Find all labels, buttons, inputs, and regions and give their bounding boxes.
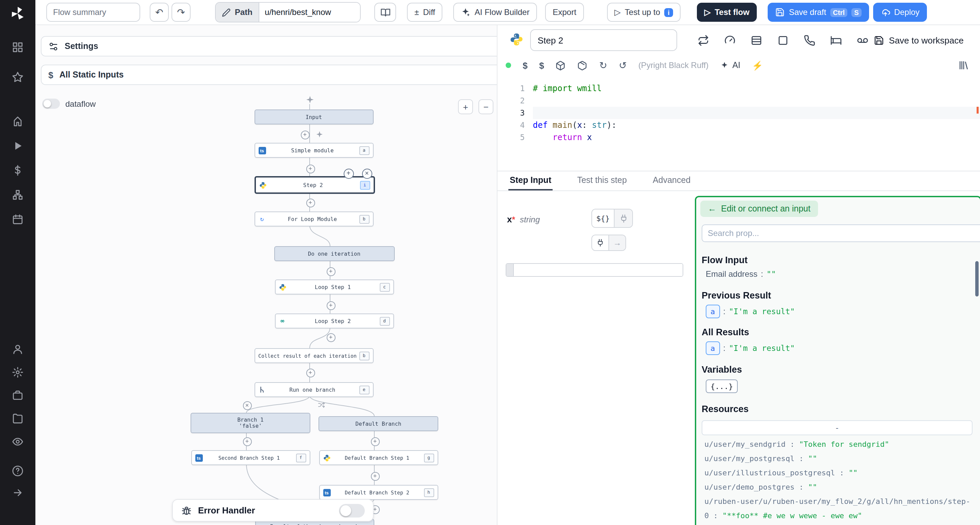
- deploy-button[interactable]: Deploy: [873, 3, 927, 22]
- flows-hierarchy-icon[interactable]: [12, 189, 24, 201]
- connect-plug-button[interactable]: [592, 235, 608, 250]
- flow-node-input[interactable]: Input: [254, 109, 373, 124]
- add-step-button[interactable]: +: [326, 267, 335, 276]
- scrollbar-thumb[interactable]: [975, 261, 978, 297]
- redo-button[interactable]: ↷: [172, 3, 191, 22]
- delete-step-button[interactable]: ×: [362, 168, 372, 179]
- package-lock-icon[interactable]: [578, 60, 588, 70]
- user-icon[interactable]: [12, 343, 24, 355]
- zoom-out-button[interactable]: −: [479, 99, 493, 114]
- flow-node-branch-1[interactable]: Branch 1 'false': [191, 413, 310, 433]
- dataflow-toggle[interactable]: [42, 98, 60, 109]
- flow-summary-input[interactable]: [46, 3, 140, 22]
- reload-icon[interactable]: ↻: [599, 60, 607, 71]
- code-editor[interactable]: 12345 # import wmilldef main(x: str): re…: [498, 76, 980, 171]
- ai-flow-builder-button[interactable]: AI Flow Builder: [453, 3, 537, 22]
- static-inputs-row[interactable]: $ All Static Inputs: [41, 65, 498, 85]
- template-expr-button[interactable]: ${}: [592, 209, 614, 227]
- variables-dollar-icon[interactable]: [12, 165, 24, 176]
- flow-input-entry[interactable]: Email address : "": [706, 269, 776, 279]
- add-step-button[interactable]: +: [306, 164, 315, 173]
- flow-node-loop-step-2[interactable]: ∞ Loop Step 2 d: [275, 314, 394, 328]
- flow-node-collect-result[interactable]: Collect result of each iteration b: [254, 348, 373, 363]
- search-prop-input[interactable]: [702, 224, 980, 242]
- runs-play-icon[interactable]: [12, 140, 24, 152]
- flow-node-step-2[interactable]: Step 2 i: [254, 176, 375, 194]
- resource-item[interactable]: u/user/illustrious_postgresql : "": [705, 466, 974, 480]
- workers-briefcase-icon[interactable]: [12, 390, 24, 401]
- drag-handle[interactable]: [506, 264, 514, 276]
- undo-button[interactable]: ↶: [150, 3, 169, 22]
- flow-settings-row[interactable]: Settings: [41, 36, 498, 56]
- add-step-button[interactable]: +: [306, 198, 315, 207]
- early-stop-square-icon[interactable]: [777, 34, 789, 46]
- flow-node-default-branch[interactable]: Default Branch: [318, 416, 438, 431]
- arg-value-input[interactable]: [514, 264, 682, 276]
- flow-canvas[interactable]: Settings $ All Static Inputs dataflow + …: [35, 25, 498, 525]
- add-step-button[interactable]: +: [306, 368, 315, 377]
- test-flow-button[interactable]: ▷ Test flow: [697, 3, 757, 22]
- favorites-star-icon[interactable]: [12, 71, 24, 83]
- sleep-bed-icon[interactable]: [830, 34, 842, 46]
- all-results-entry[interactable]: a : "I'm a result": [706, 341, 795, 355]
- tab-test-this-step[interactable]: Test this step: [576, 171, 628, 190]
- apply-arrow-button[interactable]: →: [608, 235, 625, 250]
- path-input[interactable]: [259, 3, 360, 22]
- resource-picker-icon[interactable]: $: [539, 60, 544, 70]
- flow-node-for-loop[interactable]: ↻ For Loop Module b: [254, 211, 373, 227]
- previous-result-entry[interactable]: a : "I'm a result": [706, 305, 795, 318]
- settings-gear-icon[interactable]: [12, 366, 24, 378]
- test-up-to-button[interactable]: ▷ Test up to i: [607, 3, 681, 22]
- resource-item[interactable]: u/ruben-user/u/ruben-user/my_flow_2/g/al…: [705, 495, 974, 523]
- edit-or-connect-button[interactable]: ← Edit or connect an input: [700, 201, 818, 217]
- flow-node-loop-step-1[interactable]: Loop Step 1 c: [275, 279, 394, 295]
- add-step-button[interactable]: +: [371, 472, 379, 481]
- flow-node-run-one-branch[interactable]: Run one branch e: [254, 382, 373, 397]
- flow-node-second-branch-step-1[interactable]: ts Second Branch Step 1 f: [191, 450, 310, 465]
- flow-node-default-branch-step-2[interactable]: ts Default Branch Step 2 h: [319, 485, 438, 500]
- mock-voicemail-icon[interactable]: [857, 34, 869, 46]
- error-handler-toggle[interactable]: [339, 504, 365, 517]
- flow-node-simple-module[interactable]: ts Simple module a: [254, 143, 373, 158]
- save-draft-button[interactable]: Save draft Ctrl S: [768, 3, 869, 22]
- folders-icon[interactable]: [12, 413, 24, 424]
- history-icon[interactable]: ↺: [619, 60, 627, 71]
- variable-picker-icon[interactable]: $: [523, 60, 527, 70]
- audit-eye-icon[interactable]: [12, 436, 24, 447]
- variables-entry[interactable]: {...}: [706, 379, 738, 393]
- add-step-button[interactable]: +: [326, 333, 335, 342]
- add-step-button[interactable]: +: [301, 130, 309, 139]
- zoom-in-button[interactable]: +: [458, 99, 473, 114]
- shuffle-branch-icon[interactable]: [318, 401, 325, 408]
- ai-assistant-button[interactable]: AI: [720, 60, 740, 70]
- resource-item[interactable]: u/user/my_sendgrid : "Token for sendgrid…: [705, 437, 974, 452]
- diff-button[interactable]: ± Diff: [407, 3, 443, 22]
- resources-filter-select[interactable]: -: [702, 420, 972, 435]
- resource-item[interactable]: u/user/demo_postgres : "": [705, 480, 974, 495]
- schedules-calendar-icon[interactable]: [12, 214, 24, 225]
- flow-node-default-branch-step-1[interactable]: Default Branch Step 1 g: [319, 450, 438, 465]
- error-handler-card[interactable]: Error Handler: [172, 499, 374, 522]
- add-step-button[interactable]: +: [371, 437, 379, 446]
- step-name-input[interactable]: [530, 29, 677, 51]
- concurrency-gauge-icon[interactable]: [724, 34, 736, 46]
- help-icon[interactable]: [12, 465, 24, 477]
- home-icon[interactable]: [12, 116, 24, 127]
- apps-grid-icon[interactable]: [12, 41, 24, 53]
- export-button[interactable]: Export: [545, 3, 584, 22]
- insert-after-button[interactable]: +: [343, 168, 353, 179]
- ai-insert-sparkle-icon[interactable]: [315, 130, 323, 140]
- resource-item[interactable]: u/user/my_postgresql : "": [705, 452, 974, 466]
- save-to-workspace-button[interactable]: Save to workspace: [874, 35, 964, 45]
- open-docs-button[interactable]: [374, 3, 396, 22]
- path-label-segment[interactable]: Path: [216, 3, 259, 22]
- package-icon[interactable]: [556, 60, 566, 70]
- add-step-button[interactable]: +: [243, 437, 251, 446]
- collapse-arrow-icon[interactable]: [12, 487, 24, 498]
- plug-mode-button[interactable]: [614, 209, 632, 227]
- retry-icon[interactable]: [698, 34, 709, 46]
- library-icon[interactable]: [958, 60, 969, 71]
- tab-step-input[interactable]: Step Input: [508, 171, 553, 190]
- remove-branch-button[interactable]: ×: [243, 401, 251, 410]
- flow-node-do-one-iteration[interactable]: Do one iteration: [274, 246, 395, 261]
